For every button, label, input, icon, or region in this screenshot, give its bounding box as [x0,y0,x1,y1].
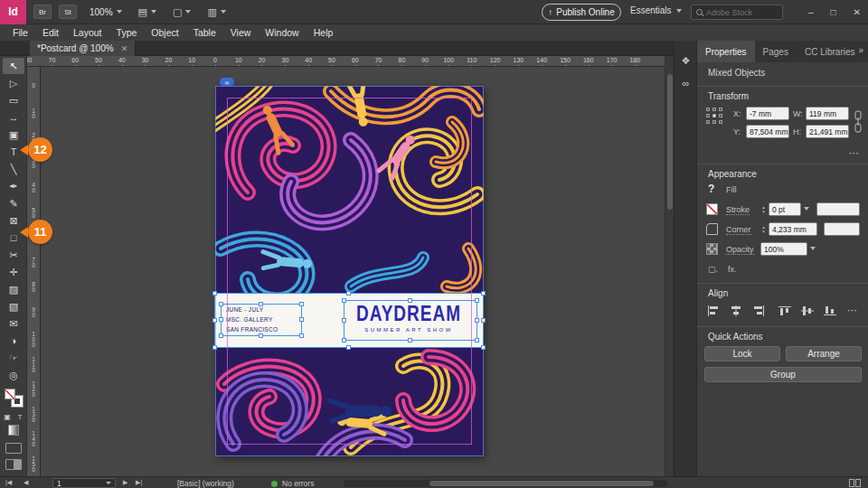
selection-handle[interactable] [475,298,479,303]
selection-handle[interactable] [212,345,217,350]
selection-handle[interactable] [299,333,304,338]
selection-handle[interactable] [346,291,351,296]
menu-file[interactable]: File [5,27,35,38]
scissors-tool[interactable]: ✂ [3,247,24,263]
direct-selection-tool[interactable]: ▷ [3,75,24,91]
search-input[interactable] [706,8,773,17]
corner-shape-dropdown[interactable] [824,222,860,236]
vertical-scrollbar[interactable] [665,67,674,476]
selection-handle[interactable] [259,333,263,338]
hand-tool[interactable]: ☞ [3,350,24,366]
fill-mixed-swatch[interactable]: ? [708,183,714,195]
arrange-documents-dropdown[interactable]: ▥ [207,6,225,18]
selection-handle[interactable] [475,318,479,323]
w-field[interactable]: 119 mm [806,107,849,120]
lock-button[interactable]: Lock [704,346,780,361]
selection-handle[interactable] [212,291,217,296]
stroke-weight-field[interactable]: 0 pt [769,202,801,216]
reference-point-proxy[interactable] [706,108,724,126]
maximize-button[interactable]: □ [831,7,836,17]
zoom-level-dropdown[interactable]: 100% [90,7,122,17]
normal-view-mode-button[interactable] [5,443,22,454]
opacity-dropdown[interactable]: 100% [760,242,807,256]
stock-search-field[interactable] [691,5,783,20]
adobe-stock-button[interactable]: St [59,5,77,19]
effects-fx-icon[interactable]: fx. [728,265,737,274]
vertical-ruler[interactable]: 01 02 03 04 05 06 07 08 09 01 0 01 1 01 … [27,67,41,476]
document-tab[interactable]: *Postcard @ 100% ✕ [30,41,136,56]
selection-handle[interactable] [481,345,486,350]
align-center-horizontal-button[interactable] [727,303,745,318]
stroke-type-dropdown[interactable] [816,202,860,216]
gap-tool[interactable]: ↔ [3,109,24,126]
menu-layout[interactable]: Layout [66,27,109,38]
y-field[interactable]: 87,504 mm [746,125,789,138]
selection-handle[interactable] [475,338,479,343]
last-page-button[interactable]: ▶| [136,479,142,486]
page[interactable]: JUNE - JULY MSC. GALLERY SAN FRANCISCO D… [215,86,484,456]
page-tool[interactable]: ▭ [3,92,24,108]
minimize-button[interactable]: – [808,7,814,17]
first-page-button[interactable]: |◀ [5,479,12,486]
eyedropper-tool[interactable]: ◑ [3,333,24,349]
formatting-affects-container-button[interactable]: ▣ [2,412,13,422]
menu-view[interactable]: View [223,27,259,38]
fill-label[interactable]: Fill [726,185,737,194]
chevron-down-icon[interactable] [810,247,816,253]
selection-handle[interactable] [219,302,223,306]
horizontal-scrollbar[interactable] [344,480,667,487]
previous-page-button[interactable]: ◀ [24,479,28,486]
selection-handle[interactable] [346,345,351,350]
stroke-weight-stepper[interactable] [760,202,767,216]
x-field[interactable]: -7 mm [746,107,789,120]
menu-object[interactable]: Object [144,27,185,38]
arrange-button[interactable]: Arrange [786,346,862,361]
corner-label[interactable]: Corner [726,225,751,235]
note-tool[interactable]: ✉ [3,315,24,332]
pencil-tool[interactable]: ✎ [3,195,24,211]
menu-help[interactable]: Help [307,27,341,38]
align-bottom-button[interactable] [821,303,839,318]
selection-handle[interactable] [408,338,412,343]
zoom-tool[interactable]: ◎ [3,367,24,383]
selection-tool[interactable]: ↖ [3,58,24,74]
menu-type[interactable]: Type [109,27,145,38]
corner-radius-stepper[interactable] [760,222,767,236]
selection-handle[interactable] [342,318,346,323]
workspace-switcher[interactable]: Essentials [630,5,682,15]
chevron-down-icon[interactable] [804,207,809,213]
align-center-vertical-button[interactable] [798,303,816,318]
gradient-swatch-tool[interactable]: ▨ [3,281,24,297]
page-number-dropdown[interactable]: 1 [52,478,116,488]
selection-handle[interactable] [299,317,304,322]
close-button[interactable]: ✕ [854,7,861,17]
next-page-button[interactable]: ▶ [123,479,127,486]
menu-edit[interactable]: Edit [35,27,66,38]
align-right-button[interactable] [750,303,768,318]
selection-handle[interactable] [299,302,304,306]
spread-view-icon[interactable] [849,479,861,487]
stroke-label[interactable]: Stroke [726,205,750,215]
align-top-button[interactable] [776,303,794,318]
apply-gradient-button[interactable] [8,425,19,436]
vertical-scrollbar-thumb[interactable] [667,74,673,210]
view-options-dropdown[interactable]: ▤ [138,6,156,18]
publish-online-button[interactable]: ↑ Publish Online [542,4,621,21]
pen-tool[interactable]: ✒ [3,178,24,194]
collapse-panels-icon[interactable]: » [858,45,863,55]
group-button[interactable]: Group [704,367,862,382]
selection-handle[interactable] [342,298,346,303]
gradient-feather-tool[interactable]: ▧ [3,298,24,314]
links-panel-icon[interactable]: ∞ [678,75,693,90]
transform-more-options-icon[interactable]: ⋯ [849,147,860,159]
selection-handle[interactable] [259,302,263,306]
h-field[interactable]: 21,491 mm [806,125,849,138]
horizontal-scrollbar-thumb[interactable] [429,481,654,486]
menu-table[interactable]: Table [186,27,223,38]
align-left-button[interactable] [704,303,722,318]
tab-properties[interactable]: Properties [697,41,755,62]
selection-handle[interactable] [342,338,346,343]
opacity-label[interactable]: Opacity [726,245,754,255]
selection-handle[interactable] [408,298,412,303]
layers-panel-icon[interactable]: ❖ [678,53,693,69]
